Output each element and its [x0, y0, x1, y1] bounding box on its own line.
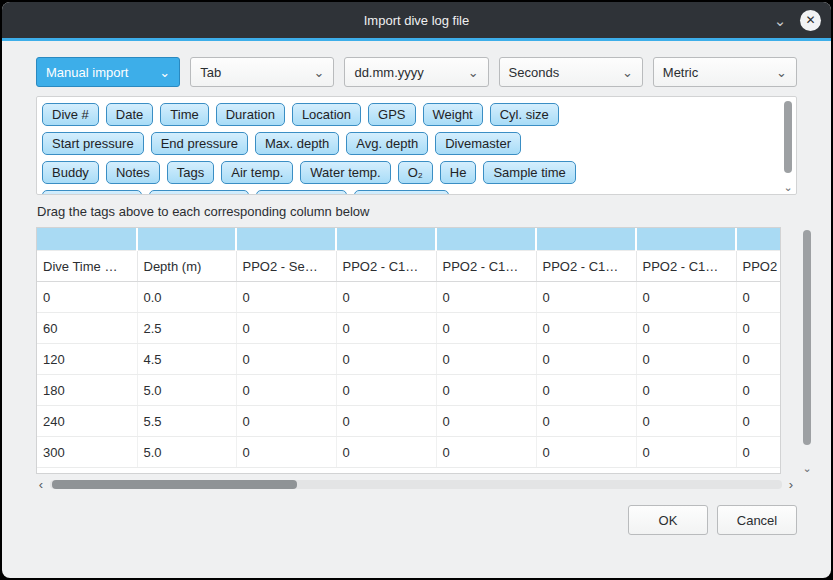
- tag-sample-depth[interactable]: Sample depth: [42, 190, 142, 195]
- table-cell: 120: [37, 344, 137, 375]
- table-vscrollbar[interactable]: ⌄: [801, 228, 813, 473]
- table-cell: 0: [536, 282, 636, 313]
- tag-buddy[interactable]: Buddy: [42, 161, 99, 184]
- tag-weight[interactable]: Weight: [423, 103, 483, 126]
- table-cell: 0: [436, 313, 536, 344]
- table-cell: 0: [436, 344, 536, 375]
- table-cell: 0: [336, 406, 436, 437]
- table-cell: 0: [736, 375, 781, 406]
- tag-sample-cns[interactable]: Sample CNS: [354, 190, 449, 195]
- tag-duration[interactable]: Duration: [216, 103, 285, 126]
- tag-location[interactable]: Location: [292, 103, 361, 126]
- drop-target-cell[interactable]: [37, 228, 137, 251]
- table-cell: 0: [536, 344, 636, 375]
- table-hscrollbar[interactable]: ‹ ›: [36, 477, 796, 492]
- tag-time[interactable]: Time: [160, 103, 208, 126]
- tag-notes[interactable]: Notes: [106, 161, 160, 184]
- dropdown-field-separator[interactable]: Tab⌄: [190, 57, 334, 87]
- dropdown-import-mode[interactable]: Manual import⌄: [36, 57, 180, 87]
- tag-cyl-size[interactable]: Cyl. size: [490, 103, 559, 126]
- table-cell: 0: [536, 406, 636, 437]
- drop-target-row: [37, 228, 781, 251]
- tag-o[interactable]: O₂: [398, 161, 433, 184]
- dropdown-value: Tab: [200, 65, 221, 80]
- table-cell: 0: [736, 406, 781, 437]
- instruction-text: Drag the tags above to each correspondin…: [37, 204, 797, 219]
- import-dialog: Import dive log file ⌄ ✕ Manual import⌄T…: [2, 2, 831, 578]
- column-header: Dive Time …: [37, 251, 137, 282]
- tag-date[interactable]: Date: [106, 103, 153, 126]
- scroll-left-icon[interactable]: ‹: [36, 478, 46, 491]
- tag-gps[interactable]: GPS: [368, 103, 415, 126]
- table-cell: 0: [636, 313, 736, 344]
- tag-row: Start pressureEnd pressureMax. depthAvg.…: [42, 132, 774, 155]
- tag-end-pressure[interactable]: End pressure: [151, 132, 248, 155]
- tag-divemaster[interactable]: Divemaster: [435, 132, 521, 155]
- table-cell: 0: [636, 375, 736, 406]
- table-cell: 0: [236, 282, 336, 313]
- close-icon[interactable]: ✕: [800, 10, 821, 31]
- drop-target-cell[interactable]: [736, 228, 781, 251]
- column-header: PPO2 - Se…: [236, 251, 336, 282]
- tag-he[interactable]: He: [440, 161, 477, 184]
- column-header: PPO2 - C1…: [436, 251, 536, 282]
- drop-target-cell[interactable]: [137, 228, 236, 251]
- titlebar[interactable]: Import dive log file ⌄ ✕: [2, 2, 831, 38]
- table-cell: 0: [536, 437, 636, 468]
- tag-tags[interactable]: Tags: [167, 161, 214, 184]
- tag-sample-po[interactable]: Sample pO₂: [256, 190, 346, 195]
- hscroll-track[interactable]: [50, 480, 782, 489]
- tag-air-temp[interactable]: Air temp.: [221, 161, 293, 184]
- chevron-down-icon: ⌄: [776, 66, 787, 79]
- dropdown-time-format[interactable]: Seconds⌄: [499, 57, 643, 87]
- preview-table-area: Dive Time …Depth (m)PPO2 - Se…PPO2 - C1……: [36, 227, 797, 492]
- shade-icon[interactable]: ⌄: [770, 13, 790, 28]
- table-cell: 0: [636, 344, 736, 375]
- column-header: PPO2 - C1…: [536, 251, 636, 282]
- tag-sample-time[interactable]: Sample time: [483, 161, 575, 184]
- table-cell: 0: [736, 313, 781, 344]
- table-cell: 0: [736, 344, 781, 375]
- tag-max-depth[interactable]: Max. depth: [255, 132, 339, 155]
- tag-water-temp[interactable]: Water temp.: [300, 161, 390, 184]
- scrollbar-thumb[interactable]: [784, 101, 792, 173]
- tag-start-pressure[interactable]: Start pressure: [42, 132, 144, 155]
- scroll-down-icon[interactable]: ⌄: [802, 463, 811, 473]
- table-cell: 180: [37, 375, 137, 406]
- drop-target-cell[interactable]: [636, 228, 736, 251]
- table-row: 00.0000000: [37, 282, 781, 313]
- tag-sample-temp[interactable]: Sample temp.: [149, 190, 249, 195]
- drop-target-cell[interactable]: [436, 228, 536, 251]
- tag-pool: Dive #DateTimeDurationLocationGPSWeightC…: [36, 96, 797, 195]
- tag-row: BuddyNotesTagsAir temp.Water temp.O₂HeSa…: [42, 161, 774, 184]
- table-cell: 0: [336, 313, 436, 344]
- hscroll-thumb[interactable]: [52, 480, 297, 489]
- table-cell: 300: [37, 437, 137, 468]
- table-cell: 0: [236, 344, 336, 375]
- drop-target-cell[interactable]: [236, 228, 336, 251]
- tag-pool-scrollbar[interactable]: ⌄: [782, 99, 794, 192]
- tag-dive[interactable]: Dive #: [42, 103, 99, 126]
- column-header: PPO2 - C1…: [336, 251, 436, 282]
- table-cell: 0: [636, 406, 736, 437]
- scroll-right-icon[interactable]: ›: [786, 478, 796, 491]
- tag-avg-depth[interactable]: Avg. depth: [346, 132, 428, 155]
- table-cell: 4.5: [137, 344, 236, 375]
- scroll-down-icon[interactable]: ⌄: [783, 182, 792, 192]
- cancel-button[interactable]: Cancel: [717, 505, 797, 535]
- table-viewport: Dive Time …Depth (m)PPO2 - Se…PPO2 - C1……: [36, 227, 781, 474]
- table-cell: 2.5: [137, 313, 236, 344]
- drop-target-cell[interactable]: [536, 228, 636, 251]
- table-cell: 0: [336, 437, 436, 468]
- drop-target-cell[interactable]: [336, 228, 436, 251]
- dropdown-date-format[interactable]: dd.mm.yyyy⌄: [344, 57, 488, 87]
- ok-button[interactable]: OK: [628, 505, 708, 535]
- scrollbar-thumb[interactable]: [803, 230, 811, 445]
- dialog-buttons: OK Cancel: [36, 505, 797, 535]
- table-cell: 0: [236, 375, 336, 406]
- dropdown-units[interactable]: Metric⌄: [653, 57, 797, 87]
- table-row: 3005.0000000: [37, 437, 781, 468]
- window-title: Import dive log file: [2, 13, 831, 28]
- table-cell: 0: [336, 282, 436, 313]
- chevron-down-icon: ⌄: [622, 66, 633, 79]
